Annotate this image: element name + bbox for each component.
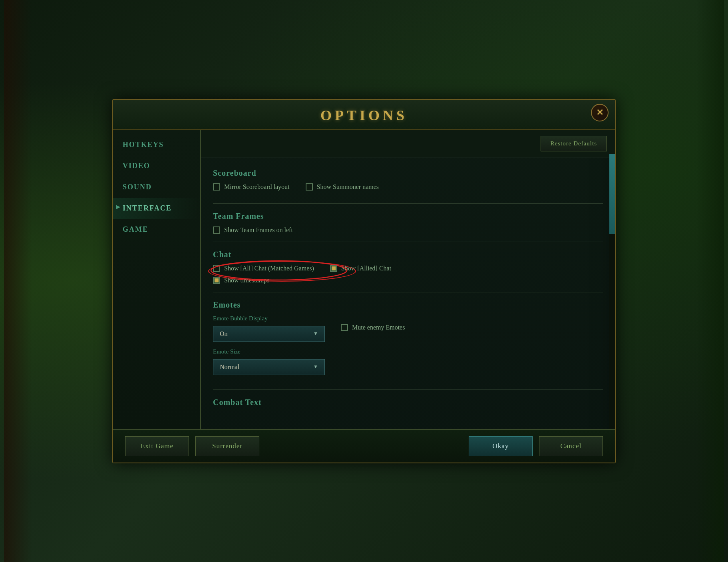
emote-bubble-dropdown-arrow: ▼ <box>313 331 318 337</box>
sidebar-item-interface[interactable]: INTERFACE <box>113 198 200 219</box>
show-all-chat-checkbox[interactable] <box>213 265 220 272</box>
combat-text-section-title: Combat Text <box>213 398 603 407</box>
restore-defaults-button[interactable]: Restore Defaults <box>541 136 607 151</box>
show-timestamps-option[interactable]: Show timestamps <box>213 277 603 284</box>
emote-size-dropdown[interactable]: Normal ▼ <box>213 359 325 375</box>
divider-1 <box>213 203 603 204</box>
scoreboard-section-title: Scoreboard <box>213 169 603 178</box>
mirror-scoreboard-option[interactable]: Mirror Scoreboard layout <box>213 183 290 191</box>
emote-bubble-label: Emote Bubble Display <box>213 315 325 322</box>
mute-enemy-group: Mute enemy Emotes <box>341 315 405 336</box>
emotes-section-title: Emotes <box>213 300 603 310</box>
divider-4 <box>213 389 603 390</box>
emote-size-dropdown-arrow: ▼ <box>313 364 318 370</box>
divider-2 <box>213 242 603 242</box>
scrollbar-thumb[interactable] <box>609 154 615 234</box>
mute-enemy-emotes-option[interactable]: Mute enemy Emotes <box>341 324 405 331</box>
scrollbar[interactable] <box>609 154 615 429</box>
show-summoner-names-option[interactable]: Show Summoner names <box>306 183 379 191</box>
dialog-footer: Exit Game Surrender Okay Cancel <box>113 429 615 463</box>
show-team-frames-checkbox[interactable] <box>213 226 220 234</box>
emotes-options: Emote Bubble Display On ▼ Emote Size <box>213 315 603 381</box>
emote-bubble-group: Emote Bubble Display On ▼ Emote Size <box>213 315 325 381</box>
show-summoner-names-checkbox[interactable] <box>306 183 313 191</box>
content-scroll: Scoreboard Mirror Scoreboard layout Show… <box>201 157 615 429</box>
exit-game-button[interactable]: Exit Game <box>125 436 189 456</box>
content-header: Restore Defaults <box>201 130 615 157</box>
close-button[interactable]: ✕ <box>591 104 609 121</box>
divider-3 <box>213 292 603 292</box>
sidebar-item-video[interactable]: VIDEO <box>113 155 200 177</box>
surrender-button[interactable]: Surrender <box>195 436 259 456</box>
show-team-frames-option[interactable]: Show Team Frames on left <box>213 226 603 234</box>
show-timestamps-checkbox[interactable] <box>213 277 220 284</box>
show-all-chat-option[interactable]: Show [All] Chat (Matched Games) <box>213 265 314 272</box>
mute-enemy-emotes-checkbox[interactable] <box>341 324 348 331</box>
mirror-scoreboard-checkbox[interactable] <box>213 183 220 191</box>
show-allied-chat-checkbox[interactable] <box>330 265 337 272</box>
team-frames-section-title: Team Frames <box>213 212 603 221</box>
dialog-title: OPTIONS <box>320 107 408 123</box>
show-all-chat-circle-container <box>213 265 220 272</box>
emote-size-label: Emote Size <box>213 348 325 355</box>
emote-bubble-dropdown-container: On ▼ <box>213 326 325 342</box>
emote-bubble-display-dropdown[interactable]: On ▼ <box>213 326 325 342</box>
sidebar-item-game[interactable]: GAME <box>113 219 200 240</box>
chat-options-row1: Show [All] Chat (Matched Games) Show [Al… <box>213 265 603 277</box>
title-bar: OPTIONS ✕ <box>113 100 615 130</box>
chat-section-title: Chat <box>213 250 603 259</box>
main-content: Restore Defaults Scoreboard Mirror Score… <box>201 130 615 429</box>
sidebar-item-hotkeys[interactable]: HOTKEYS <box>113 134 200 155</box>
dialog-body: HOTKEYS VIDEO SOUND INTERFACE GAME Res <box>113 130 615 429</box>
sidebar: HOTKEYS VIDEO SOUND INTERFACE GAME <box>113 130 201 429</box>
options-dialog: OPTIONS ✕ HOTKEYS VIDEO SOUND INTERFACE <box>112 99 616 463</box>
show-allied-chat-option[interactable]: Show [Allied] Chat <box>330 265 391 272</box>
cancel-button[interactable]: Cancel <box>539 436 603 456</box>
sidebar-item-sound[interactable]: SOUND <box>113 177 200 198</box>
okay-button[interactable]: Okay <box>469 436 533 456</box>
scoreboard-options: Mirror Scoreboard layout Show Summoner n… <box>213 183 603 195</box>
emote-size-dropdown-container: Normal ▼ <box>213 359 325 375</box>
